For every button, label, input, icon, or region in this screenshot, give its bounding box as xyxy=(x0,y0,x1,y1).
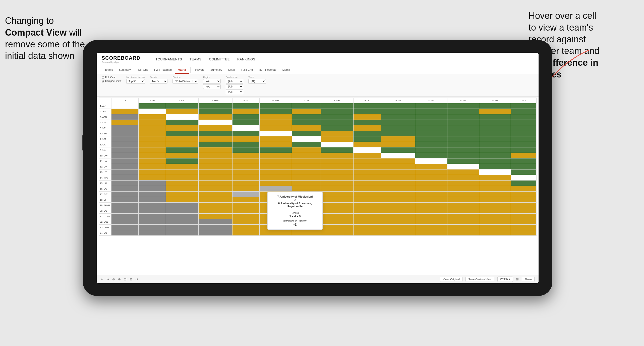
matrix-cell[interactable] xyxy=(111,147,139,153)
matrix-cell[interactable] xyxy=(415,186,447,192)
matrix-cell[interactable] xyxy=(479,219,511,225)
matrix-cell[interactable] xyxy=(353,147,381,153)
matrix-cell[interactable] xyxy=(138,214,166,219)
compact-view-radio[interactable]: Compact View xyxy=(102,80,121,82)
matrix-cell[interactable] xyxy=(138,120,166,125)
matrix-cell[interactable] xyxy=(381,230,415,236)
matrix-cell[interactable] xyxy=(166,230,198,236)
matrix-cell[interactable] xyxy=(511,230,537,236)
share-btn[interactable]: Share xyxy=(522,277,535,282)
matrix-cell[interactable] xyxy=(415,109,447,114)
matrix-cell[interactable] xyxy=(447,114,479,120)
matrix-cell[interactable] xyxy=(232,169,259,175)
matrix-cell[interactable] xyxy=(415,158,447,164)
matrix-cell[interactable] xyxy=(381,225,415,230)
matrix-cell[interactable] xyxy=(259,153,292,158)
matrix-cell[interactable] xyxy=(353,103,381,109)
matrix-cell[interactable] xyxy=(138,219,166,225)
matrix-cell[interactable] xyxy=(292,120,321,125)
matrix-cell[interactable] xyxy=(447,153,479,158)
matrix-cell[interactable] xyxy=(232,186,259,192)
matrix-cell[interactable] xyxy=(511,197,537,203)
matrix-cell[interactable] xyxy=(198,186,232,192)
sub-tab-h2h-grid-right[interactable]: H2H Grid xyxy=(238,66,256,74)
matrix-cell[interactable] xyxy=(198,131,232,136)
region-select-1[interactable]: N/A xyxy=(203,79,221,84)
matrix-cell[interactable] xyxy=(166,142,198,147)
matrix-cell[interactable] xyxy=(111,131,139,136)
matrix-cell[interactable] xyxy=(198,169,232,175)
matrix-cell[interactable] xyxy=(447,131,479,136)
matrix-cell[interactable] xyxy=(415,175,447,181)
matrix-cell[interactable] xyxy=(321,136,353,142)
matrix-cell[interactable] xyxy=(138,153,166,158)
matrix-cell[interactable] xyxy=(232,153,259,158)
matrix-cell[interactable] xyxy=(447,219,479,225)
matrix-cell[interactable] xyxy=(321,103,353,109)
redo-icon[interactable]: ↪ xyxy=(106,277,109,281)
matrix-cell[interactable] xyxy=(447,158,479,164)
matrix-cell[interactable] xyxy=(353,164,381,169)
matrix-cell[interactable] xyxy=(415,219,447,225)
matrix-cell[interactable] xyxy=(381,197,415,203)
matrix-cell[interactable] xyxy=(321,197,353,203)
matrix-cell[interactable] xyxy=(138,169,166,175)
tool-4-icon[interactable]: ⊕ xyxy=(118,277,121,281)
matrix-cell[interactable] xyxy=(259,158,292,164)
matrix-cell[interactable] xyxy=(111,230,139,236)
matrix-cell[interactable] xyxy=(166,109,198,114)
matrix-cell[interactable] xyxy=(511,164,537,169)
matrix-cell[interactable] xyxy=(415,214,447,219)
nav-tournaments[interactable]: TOURNAMENTS xyxy=(155,57,182,61)
sub-tab-players[interactable]: Players xyxy=(192,66,207,74)
matrix-cell[interactable] xyxy=(111,153,139,158)
matrix-cell[interactable] xyxy=(447,103,479,109)
matrix-cell[interactable] xyxy=(198,192,232,197)
matrix-cell[interactable] xyxy=(381,131,415,136)
gender-select[interactable]: Men's xyxy=(150,79,167,84)
matrix-cell[interactable] xyxy=(138,109,166,114)
matrix-cell[interactable] xyxy=(321,153,353,158)
compact-view-radio-dot[interactable] xyxy=(102,80,104,82)
matrix-cell[interactable] xyxy=(111,142,139,147)
sub-tab-teams[interactable]: Teams xyxy=(102,66,116,74)
matrix-cell[interactable] xyxy=(415,203,447,208)
matrix-cell[interactable] xyxy=(479,186,511,192)
matrix-cell[interactable] xyxy=(232,225,259,230)
matrix-cell[interactable] xyxy=(232,181,259,186)
nav-rankings[interactable]: RANKINGS xyxy=(237,57,255,61)
matrix-cell[interactable] xyxy=(198,153,232,158)
matrix-cell[interactable] xyxy=(198,175,232,181)
matrix-cell[interactable] xyxy=(321,219,353,225)
matrix-cell[interactable] xyxy=(166,147,198,153)
matrix-cell[interactable] xyxy=(138,158,166,164)
matrix-cell[interactable] xyxy=(479,192,511,197)
matrix-cell[interactable] xyxy=(447,225,479,230)
matrix-cell[interactable] xyxy=(415,142,447,147)
nav-committee[interactable]: COMMITTEE xyxy=(209,57,230,61)
matrix-cell[interactable] xyxy=(353,114,381,120)
matrix-cell[interactable] xyxy=(232,120,259,125)
matrix-cell[interactable] xyxy=(111,203,139,208)
matrix-cell[interactable] xyxy=(292,131,321,136)
matrix-cell[interactable] xyxy=(321,192,353,197)
matrix-cell[interactable] xyxy=(479,153,511,158)
matrix-cell[interactable] xyxy=(321,164,353,169)
matrix-cell[interactable] xyxy=(381,158,415,164)
matrix-cell[interactable] xyxy=(111,103,139,109)
matrix-cell[interactable] xyxy=(166,158,198,164)
matrix-cell[interactable] xyxy=(166,169,198,175)
matrix-cell[interactable] xyxy=(111,175,139,181)
matrix-cell[interactable] xyxy=(511,169,537,175)
matrix-cell[interactable] xyxy=(138,131,166,136)
matrix-cell[interactable] xyxy=(259,103,292,109)
matrix-cell[interactable] xyxy=(353,225,381,230)
matrix-cell[interactable] xyxy=(259,142,292,147)
matrix-cell[interactable] xyxy=(111,164,139,169)
matrix-cell[interactable] xyxy=(138,103,166,109)
matrix-cell[interactable] xyxy=(415,120,447,125)
matrix-cell[interactable] xyxy=(353,214,381,219)
matrix-cell[interactable] xyxy=(292,103,321,109)
matrix-cell[interactable] xyxy=(259,109,292,114)
matrix-cell[interactable] xyxy=(111,114,139,120)
